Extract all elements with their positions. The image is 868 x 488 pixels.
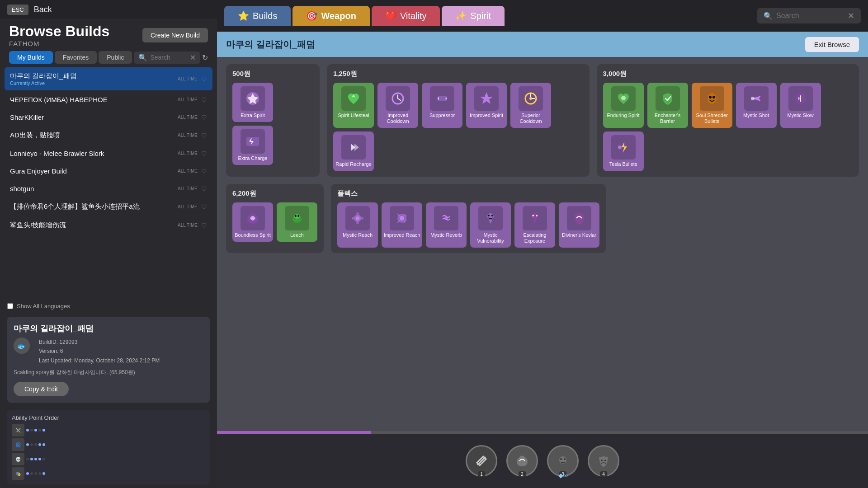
items-area: 500원 Extra Spirit Extra Charge (217, 57, 868, 431)
ability-order-section: Ability Point Order ⚔️ 🌀 (7, 410, 210, 484)
nav-tab-builds[interactable]: ⭐ Builds (224, 6, 291, 26)
build-item-3[interactable]: AD出装，贴脸喷 ALL TIME ♡ (5, 127, 212, 144)
create-new-build-button[interactable]: Create New Build (142, 28, 208, 42)
tab-public[interactable]: Public (99, 51, 132, 64)
heart-button-8[interactable]: ♡ (201, 222, 207, 229)
item-suppressor[interactable]: Suppressor (422, 83, 462, 128)
svg-point-28 (491, 215, 493, 216)
svg-point-33 (536, 215, 537, 216)
tab-favorites[interactable]: Favorites (55, 51, 97, 64)
item-tesla-bullets[interactable]: Tesla Bullets (603, 131, 644, 171)
close-search-button[interactable]: ✕ (848, 11, 854, 21)
dot (26, 429, 29, 432)
dot (26, 458, 29, 460)
clear-icon[interactable]: ✕ (190, 53, 196, 62)
build-item-1[interactable]: ЧЕРЕПОК (ИМБА) НАВЕРНОЕ ALL TIME ♡ (5, 91, 212, 108)
build-last-updated: Last Updated: Monday, October 28, 2024 2… (39, 356, 160, 365)
svg-point-29 (532, 213, 538, 220)
svg-point-20 (361, 217, 363, 220)
item-diviners-kevlar[interactable]: Diviner's Kevlar (559, 202, 599, 248)
price-box-3000: 3,000원 Enduring Spirit Enchanter's Barri… (597, 64, 859, 177)
item-mystic-reach[interactable]: Mystic Reach (337, 202, 378, 248)
item-rapid-recharge[interactable]: Rapid Recharge (333, 131, 374, 171)
all-time-badge-6: ALL TIME (178, 186, 198, 191)
back-button[interactable]: Back (34, 5, 52, 14)
leech-name: Leech (290, 232, 304, 238)
item-spirit-lifesteal[interactable]: Spirit Lifesteal (333, 83, 374, 128)
esc-button[interactable]: ESC (7, 5, 28, 15)
search-input[interactable] (150, 54, 187, 61)
heart-button-6[interactable]: ♡ (201, 185, 207, 192)
heart-button-3[interactable]: ♡ (201, 132, 207, 139)
ability-bottom-3[interactable]: 4 (588, 445, 619, 477)
build-item-0[interactable]: 마쿠의 길라잡이_패덤 Currently Active ALL TIME ♡ (5, 67, 212, 90)
item-escalating-exposure[interactable]: Escalating Exposure (514, 202, 555, 248)
build-item-4[interactable]: Lonnieyo - Melee Brawler Slork ALL TIME … (5, 145, 212, 162)
item-mystic-slow[interactable]: Mystic Slow (780, 83, 821, 128)
dot (30, 458, 33, 460)
build-item-2[interactable]: SharKKiller ALL TIME ♡ (5, 109, 212, 126)
heart-button-4[interactable]: ♡ (201, 150, 207, 157)
build-item-5[interactable]: Gura Enjoyer Build ALL TIME ♡ (5, 163, 212, 179)
item-improved-reach[interactable]: Improved Reach (382, 202, 422, 248)
nav-tab-spirit-label: Spirit (470, 11, 491, 21)
ability-icon-3: 🎭 (12, 467, 24, 480)
ability-bottom-1[interactable]: 2 (506, 445, 538, 477)
svg-point-37 (601, 460, 603, 461)
item-enduring-spirit[interactable]: Enduring Spirit (603, 83, 644, 128)
heart-button-1[interactable]: ♡ (201, 96, 207, 103)
ability-row-3: 🎭 (12, 467, 205, 480)
build-name-7: 【排位帝君6个人理解】鲨鱼头小连招平a流 (10, 202, 140, 211)
copy-edit-button[interactable]: Copy & Edit (14, 382, 69, 396)
item-improved-spirit[interactable]: Improved Spirit (466, 83, 507, 128)
build-item-8[interactable]: 鲨鱼头!技能增伤流 ALL TIME ♡ (5, 216, 212, 234)
nav-tab-weapon[interactable]: 🎯 Weapon (292, 6, 369, 26)
build-item-right-5: ALL TIME ♡ (178, 168, 207, 175)
sidebar-title-row: Browse Builds FATHOM Create New Build (0, 19, 217, 51)
heart-button-7[interactable]: ♡ (201, 203, 207, 211)
item-leech[interactable]: Leech (277, 202, 317, 242)
weapon-icon: 🎯 (306, 10, 317, 21)
mystic-vulnerability-name: Mystic Vulnerability (472, 232, 509, 244)
item-superior-cooldown[interactable]: Superior Cooldown (510, 83, 551, 128)
item-mystic-vulnerability[interactable]: Mystic Vulnerability (470, 202, 511, 248)
dot (30, 443, 33, 446)
build-item-right-6: ALL TIME ♡ (178, 185, 207, 192)
item-extra-charge[interactable]: Extra Charge (232, 126, 273, 165)
search-nav-input[interactable] (776, 12, 844, 20)
item-mystic-reverb[interactable]: Mystic Reverb (426, 202, 467, 248)
ability-bottom-2[interactable]: 3 ◆∞ (547, 445, 579, 477)
item-soul-shredder[interactable]: Soul Shredder Bullets (692, 83, 732, 128)
build-name-4: Lonnieyo - Melee Brawler Slork (10, 150, 104, 157)
build-item-7[interactable]: 【排位帝君6个人理解】鲨鱼头小连招平a流 ALL TIME ♡ (5, 198, 212, 216)
exit-browse-button[interactable]: Exit Browse (805, 37, 859, 52)
all-time-badge-0: ALL TIME (178, 76, 198, 81)
boundless-spirit-icon (241, 206, 265, 230)
nav-tab-vitality[interactable]: ❤️ Vitality (372, 6, 440, 26)
svg-point-10 (751, 97, 755, 100)
item-mystic-shot[interactable]: Mystic Shot (736, 83, 777, 128)
build-item-6[interactable]: shotgun ALL TIME ♡ (5, 180, 212, 197)
fathom-subtitle: FATHOM (9, 40, 109, 47)
item-improved-cooldown[interactable]: Improved Cooldown (377, 83, 418, 128)
item-extra-spirit[interactable]: Extra Spirit (232, 83, 273, 122)
improved-spirit-name: Improved Spirit (470, 113, 503, 118)
svg-point-6 (621, 96, 626, 100)
build-item-right-7: ALL TIME ♡ (178, 203, 207, 211)
refresh-button[interactable]: ↻ (202, 53, 208, 62)
item-enchanters-barrier[interactable]: Enchanter's Barrier (647, 83, 688, 128)
heart-button-0[interactable]: ♡ (201, 75, 207, 83)
tab-my-builds[interactable]: My Builds (9, 51, 53, 64)
build-item-left-7: 【排位帝君6个人理解】鲨鱼头小连招平a流 (10, 202, 140, 211)
price-label-500: 500원 (232, 70, 313, 78)
nav-tab-spirit[interactable]: ✨ Spirit (442, 6, 505, 26)
heart-button-5[interactable]: ♡ (201, 168, 207, 175)
item-boundless-spirit[interactable]: Boundless Spirit (232, 202, 273, 242)
heart-button-2[interactable]: ♡ (201, 114, 207, 121)
svg-point-12 (618, 145, 622, 149)
suppressor-name: Suppressor (429, 113, 455, 118)
row-1: 500원 Extra Spirit Extra Charge (226, 64, 859, 177)
ability-bottom-0[interactable]: 1 (466, 445, 497, 477)
show-languages-checkbox[interactable] (7, 303, 13, 309)
build-name-8: 鲨鱼头!技能增伤流 (10, 221, 66, 230)
